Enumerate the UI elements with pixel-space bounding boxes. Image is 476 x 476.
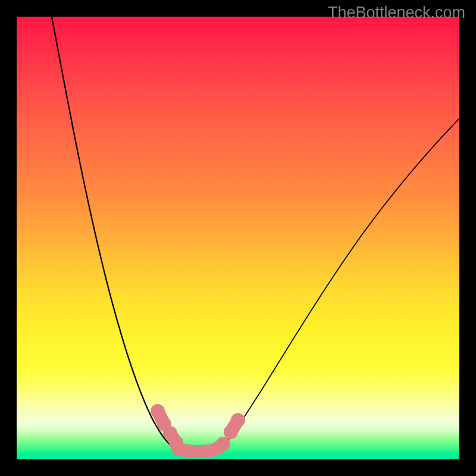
marker-dot bbox=[231, 413, 245, 427]
marker-dot bbox=[216, 437, 230, 451]
marker-dot bbox=[224, 425, 238, 439]
chart-frame: TheBottleneck.com bbox=[0, 0, 476, 476]
marker-group bbox=[151, 404, 245, 456]
bottleneck-curve-left bbox=[51, 17, 186, 452]
plot-area bbox=[17, 17, 459, 459]
bottleneck-curve-right bbox=[224, 109, 459, 445]
curve-layer bbox=[17, 17, 459, 459]
marker-dot bbox=[171, 441, 186, 456]
watermark: TheBottleneck.com bbox=[328, 4, 465, 22]
marker-dot bbox=[151, 404, 165, 418]
